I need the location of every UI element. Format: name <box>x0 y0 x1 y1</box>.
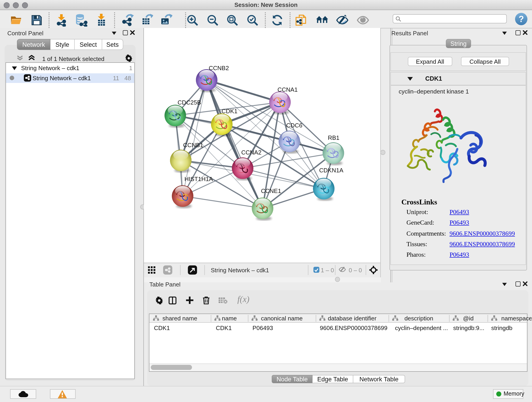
svg-text:CCNE1: CCNE1 <box>261 187 281 194</box>
svg-text:CDC6: CDC6 <box>286 122 302 129</box>
svg-text:HIST1H1A: HIST1H1A <box>184 176 213 182</box>
svg-text:RB1: RB1 <box>328 134 340 141</box>
svg-text:CDC25B: CDC25B <box>177 99 201 106</box>
svg-text:CCNA2: CCNA2 <box>241 149 261 156</box>
svg-text:CCNA1: CCNA1 <box>278 86 298 93</box>
svg-text:CDKN1A: CDKN1A <box>319 167 343 174</box>
svg-text:CDK1: CDK1 <box>222 108 237 115</box>
svg-text:CCNB2: CCNB2 <box>209 65 229 71</box>
svg-text:CCNB1: CCNB1 <box>183 142 203 148</box>
